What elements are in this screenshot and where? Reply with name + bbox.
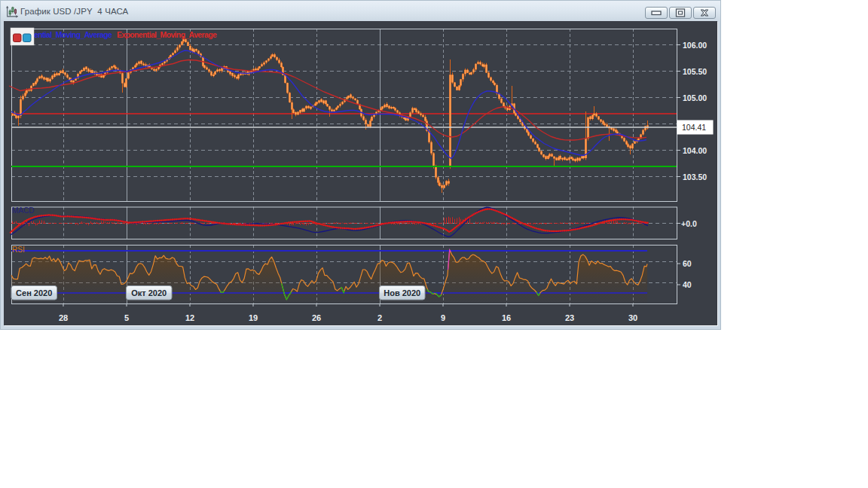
svg-text:104.00: 104.00 [683,146,707,155]
svg-text:Exponential_Moving_Average: Exponential_Moving_Average [117,30,217,39]
svg-text:60: 60 [683,259,692,268]
svg-text:26: 26 [312,313,321,322]
svg-text:28: 28 [59,313,68,322]
svg-text:5: 5 [124,313,129,322]
svg-text:Сен 2020: Сен 2020 [16,288,52,297]
svg-text:16: 16 [502,313,511,322]
svg-text:12: 12 [185,313,194,322]
svg-text:40: 40 [683,280,692,289]
svg-text:23: 23 [565,313,574,322]
svg-text:ential_Moving_Average: ential_Moving_Average [34,30,112,39]
svg-text:103.50: 103.50 [683,172,707,181]
svg-text:19: 19 [249,313,258,322]
svg-text:RSI: RSI [12,246,25,254]
svg-text:Окт 2020: Окт 2020 [131,288,167,297]
svg-text:105.50: 105.50 [683,67,707,76]
svg-text:9: 9 [441,313,445,322]
svg-text:MACD: MACD [12,206,34,215]
svg-text:Нов 2020: Нов 2020 [384,288,420,297]
svg-text:2: 2 [377,313,382,322]
svg-text:30: 30 [628,313,637,322]
svg-text:105.00: 105.00 [683,93,707,102]
svg-text:+0.0: +0.0 [681,219,697,228]
svg-text:104.41: 104.41 [682,123,706,132]
svg-text:106.00: 106.00 [683,41,707,50]
